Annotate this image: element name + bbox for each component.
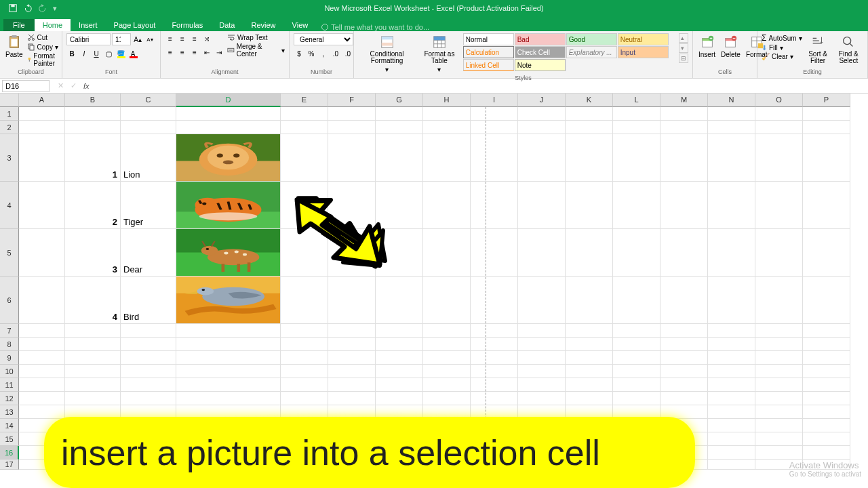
cell[interactable] [518,338,566,351]
cell[interactable] [566,134,613,182]
cell[interactable] [660,378,708,392]
cell[interactable] [471,351,518,365]
cell[interactable] [121,365,176,378]
insert-cells-button[interactable]: Insert [697,33,717,60]
fill-color-button[interactable]: 🪣 [115,48,126,59]
row-header-5[interactable]: 5 [0,229,19,277]
cell[interactable] [176,107,281,121]
inc-decimal-icon[interactable]: .0 [330,48,341,59]
format-painter-button[interactable]: Format Painter [27,52,59,67]
cell[interactable] [19,365,65,378]
cell[interactable] [176,121,281,134]
cell[interactable] [708,460,755,470]
cell[interactable] [471,182,518,229]
col-header-D[interactable]: D [176,94,281,107]
cell[interactable] [613,121,660,134]
number-format-select[interactable]: General [294,33,353,45]
cell[interactable] [471,338,518,351]
italic-button[interactable]: I [79,48,90,59]
style-calculation[interactable]: Calculation [463,46,514,58]
align-middle-icon[interactable]: ≡ [177,33,188,44]
cell[interactable] [328,324,376,338]
cell[interactable] [121,324,176,338]
cell[interactable] [518,229,566,277]
cell[interactable]: 4 [65,277,121,324]
cell[interactable] [803,107,850,121]
cell[interactable] [121,392,176,405]
cell[interactable] [328,338,376,351]
cell[interactable] [19,121,65,134]
cell[interactable] [176,229,281,277]
gallery-down-icon[interactable]: ▾ [679,43,688,53]
cell[interactable] [660,392,708,405]
cell[interactable] [708,419,755,432]
bold-button[interactable]: B [66,48,77,59]
cell[interactable] [423,324,471,338]
cell[interactable]: Tiger [121,182,176,229]
cell[interactable] [65,338,121,351]
cell[interactable] [471,229,518,277]
percent-icon[interactable]: % [306,48,317,59]
tell-me-search[interactable]: Tell me what you want to do... [316,23,429,31]
row-header-6[interactable]: 6 [0,277,19,324]
cell[interactable] [803,277,850,324]
sort-filter-button[interactable]: Sort & Filter [805,33,831,66]
cell[interactable] [708,446,755,460]
cell[interactable] [328,107,376,121]
find-select-button[interactable]: Find & Select [834,33,863,66]
cell[interactable] [281,351,328,365]
cell[interactable] [65,121,121,134]
col-header-M[interactable]: M [660,94,708,107]
style-linked[interactable]: Linked Cell [463,59,514,71]
cell[interactable] [376,324,423,338]
cell[interactable] [65,378,121,392]
cell[interactable] [613,338,660,351]
cell[interactable] [755,107,803,121]
style-bad[interactable]: Bad [515,33,566,45]
cell[interactable] [755,338,803,351]
cell[interactable] [328,134,376,182]
cell[interactable] [613,229,660,277]
cell[interactable] [708,121,755,134]
cell[interactable] [613,378,660,392]
cell[interactable] [613,134,660,182]
cell[interactable] [65,392,121,405]
cell[interactable] [708,182,755,229]
autosum-button[interactable]: Σ AutoSum ▾ [762,33,802,43]
cell[interactable] [19,182,65,229]
cell[interactable] [19,277,65,324]
cell[interactable] [803,351,850,365]
cell[interactable] [176,134,281,182]
cell[interactable]: Dear [121,229,176,277]
cell[interactable] [19,229,65,277]
cell[interactable] [281,324,328,338]
decrease-font-icon[interactable]: A▾ [144,34,155,45]
align-center-icon[interactable]: ≡ [177,47,188,58]
cell[interactable] [471,392,518,405]
animal-image[interactable] [176,277,280,323]
cell[interactable] [566,351,613,365]
style-checkcell[interactable]: Check Cell [515,46,566,58]
cell[interactable] [471,121,518,134]
tab-home[interactable]: Home [35,19,71,31]
cell[interactable] [755,365,803,378]
cell[interactable] [708,324,755,338]
cell[interactable] [176,182,281,229]
row-header-15[interactable]: 15 [0,432,19,446]
style-input[interactable]: Input [618,46,669,58]
cell[interactable] [176,338,281,351]
cell[interactable] [660,107,708,121]
cell[interactable] [613,365,660,378]
cell[interactable] [708,277,755,324]
cell[interactable] [176,378,281,392]
enter-formula-icon[interactable]: ✓ [71,81,77,90]
cell[interactable] [803,338,850,351]
font-name-select[interactable] [66,33,111,45]
copy-button[interactable]: Copy ▾ [27,43,59,51]
col-header-E[interactable]: E [281,94,328,107]
cell[interactable] [708,351,755,365]
row-header-11[interactable]: 11 [0,378,19,392]
cell[interactable] [518,392,566,405]
tab-view[interactable]: View [284,19,317,31]
redo-icon[interactable] [38,3,47,13]
